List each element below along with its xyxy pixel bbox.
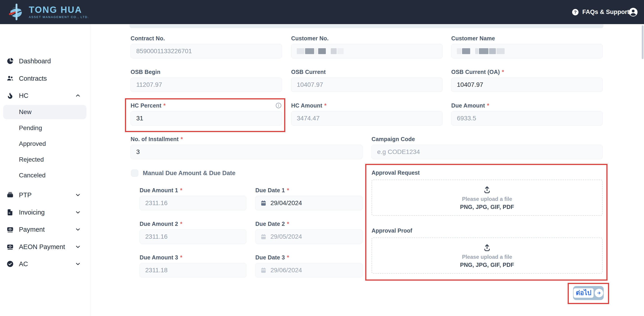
contract-no-field: Contract No. <box>130 35 282 58</box>
due-date-2-input[interactable]: 29/05/2024 <box>255 229 362 244</box>
app-header: TONG HUA ASSET MANAGEMENT CO., LTD. ? FA… <box>0 0 644 24</box>
banknote-icon <box>6 243 14 251</box>
chevron-down-icon <box>75 209 81 215</box>
help-circle-icon: ? <box>572 8 579 16</box>
sidebar-item-hc-approved[interactable]: Approved <box>0 137 90 151</box>
info-icon[interactable] <box>275 102 282 109</box>
sidebar-item-hc[interactable]: HC <box>0 89 90 102</box>
required-asterisk: * <box>180 136 183 142</box>
scrolled-card-edge <box>130 24 604 28</box>
upload-hint-text: Please upload a file <box>462 254 512 260</box>
chevron-down-icon <box>75 192 81 198</box>
invoice-document-icon <box>6 208 14 216</box>
faqs-support-link[interactable]: ? FAQs & Support <box>572 0 629 24</box>
due-amount-3-field: Due Amount 3 * <box>140 254 246 277</box>
campaign-code-label: Campaign Code <box>372 136 602 142</box>
tong-hua-logo-icon <box>7 3 26 22</box>
hc-amount-input[interactable] <box>291 111 442 126</box>
sidebar-item-payment[interactable]: Payment <box>0 223 90 236</box>
chevron-down-icon <box>75 261 81 267</box>
wallet-icon <box>6 191 14 199</box>
manual-due-checkbox[interactable] <box>131 169 138 177</box>
user-avatar-icon[interactable] <box>628 7 638 17</box>
due-amount-2-field: Due Amount 2 * <box>140 220 246 244</box>
due-amount-1-input[interactable] <box>140 196 246 210</box>
osb-begin-label: OSB Begin <box>130 69 282 75</box>
due-date-3-input[interactable]: 29/06/2024 <box>255 263 362 277</box>
osb-begin-input[interactable] <box>130 78 282 92</box>
campaign-code-input[interactable] <box>372 145 602 159</box>
due-amount-input[interactable] <box>451 111 602 126</box>
required-asterisk: * <box>180 221 182 227</box>
installment-count-field: No. of Installment * <box>130 136 362 159</box>
sidebar-nav: Dashboard Contracts HC New Pending <box>0 24 90 316</box>
sidebar-item-hc-rejected[interactable]: Rejected <box>0 153 90 166</box>
customer-no-input[interactable] <box>291 44 442 58</box>
approval-request-label: Approval Request <box>372 169 420 176</box>
required-asterisk: * <box>287 254 289 261</box>
due-date-2-value: 29/05/2024 <box>270 233 302 240</box>
hc-amount-label: HC Amount <box>291 102 322 109</box>
hc-percent-label: HC Percent <box>130 102 162 109</box>
sidebar-item-hc-canceled[interactable]: Canceled <box>0 169 90 182</box>
osb-begin-field: OSB Begin <box>130 69 282 92</box>
required-asterisk: * <box>324 102 326 109</box>
due-amount-3-input[interactable] <box>140 263 246 277</box>
sidebar-item-aeon-payment[interactable]: AEON Payment <box>0 240 90 253</box>
brand-logo[interactable]: TONG HUA ASSET MANAGEMENT CO., LTD. <box>7 3 89 22</box>
sidebar-item-hc-new[interactable]: New <box>0 105 90 119</box>
approval-proof-upload-dropzone[interactable]: Please upload a file PNG, JPG, GIF, PDF <box>372 238 602 274</box>
arrow-right-circle-icon <box>595 289 603 297</box>
approval-request-upload-dropzone[interactable]: Please upload a file PNG, JPG, GIF, PDF <box>372 180 602 216</box>
osb-current-input[interactable] <box>291 78 442 92</box>
due-date-1-value: 29/04/2024 <box>270 199 302 207</box>
brand-text: TONG HUA ASSET MANAGEMENT CO., LTD. <box>29 5 89 19</box>
sidebar-item-hc-pending[interactable]: Pending <box>0 121 90 135</box>
next-button[interactable]: ต่อไป <box>573 286 604 300</box>
chevron-down-icon <box>75 244 81 250</box>
contract-no-input[interactable] <box>130 44 282 58</box>
contract-no-label: Contract No. <box>130 35 282 42</box>
calendar-icon <box>260 200 267 206</box>
page: TONG HUA ASSET MANAGEMENT CO., LTD. ? FA… <box>0 0 644 316</box>
customer-name-input[interactable] <box>451 44 602 58</box>
pie-chart-icon <box>6 57 14 65</box>
sidebar-subitem-label: Rejected <box>19 153 44 166</box>
sidebar-item-ac[interactable]: AC <box>0 257 90 271</box>
required-asterisk: * <box>180 254 182 261</box>
due-date-1-input[interactable]: 29/04/2024 <box>255 196 362 210</box>
customer-name-field: Customer Name <box>451 35 602 58</box>
upload-formats-text: PNG, JPG, GIF, PDF <box>460 204 514 210</box>
sidebar-item-ptp[interactable]: PTP <box>0 188 90 202</box>
customer-no-field: Customer No. <box>291 35 442 58</box>
manual-due-label: Manual Due Amount & Due Date <box>143 170 236 177</box>
hc-percent-input[interactable] <box>130 111 282 126</box>
upload-hint-text: Please upload a file <box>462 196 512 202</box>
sidebar-item-invoicing[interactable]: Invoicing <box>0 206 90 219</box>
banknote-icon <box>6 226 14 233</box>
sidebar-subitem-label: New <box>19 105 32 119</box>
brand-title: TONG HUA <box>29 5 89 14</box>
faqs-support-label: FAQs & Support <box>582 9 629 16</box>
chevron-up-icon <box>75 92 81 99</box>
osb-current-oa-input[interactable] <box>451 78 602 92</box>
due-amount-2-label: Due Amount 2 <box>140 221 178 227</box>
required-asterisk: * <box>287 221 289 227</box>
due-date-3-value: 29/06/2024 <box>270 267 302 274</box>
sidebar-item-label: Contracts <box>19 72 47 85</box>
check-circle-icon <box>6 260 14 268</box>
sidebar-item-label: AC <box>19 257 28 271</box>
required-asterisk: * <box>180 187 182 194</box>
sidebar-item-contracts[interactable]: Contracts <box>0 72 90 85</box>
due-date-2-label: Due Date 2 <box>255 221 285 227</box>
flame-icon <box>6 92 14 99</box>
due-date-3-label: Due Date 3 <box>255 254 285 261</box>
installment-count-input[interactable] <box>130 145 362 159</box>
due-amount-2-input[interactable] <box>140 229 246 244</box>
sidebar-item-dashboard[interactable]: Dashboard <box>0 54 90 68</box>
customer-no-label: Customer No. <box>291 35 442 42</box>
vertical-scrollbar-thumb[interactable] <box>642 25 644 59</box>
sidebar-item-label: Invoicing <box>19 206 44 219</box>
due-amount-3-label: Due Amount 3 <box>140 254 178 261</box>
hc-percent-field: HC Percent * <box>130 102 282 126</box>
